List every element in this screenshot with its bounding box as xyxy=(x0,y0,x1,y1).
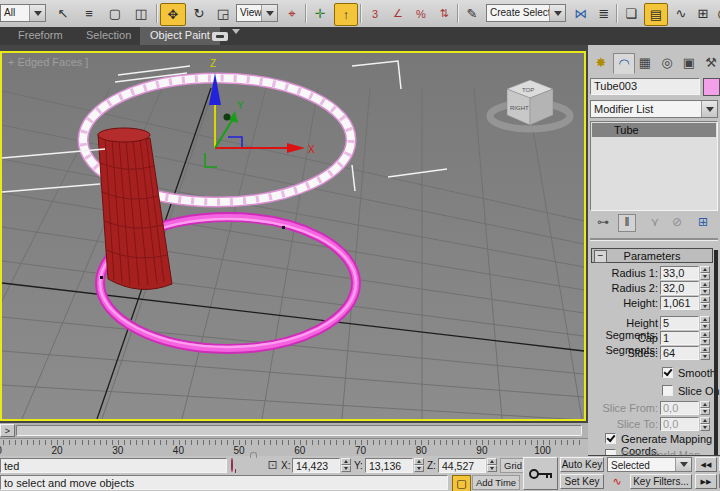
animate-selection-combo[interactable]: Selected xyxy=(607,457,692,472)
default-in-out-tangents-icon[interactable]: ∿ xyxy=(607,474,627,489)
curve-editor-icon[interactable]: ∿ xyxy=(670,3,692,24)
percent-snap-icon[interactable]: % xyxy=(410,3,432,24)
y-spinner[interactable] xyxy=(414,458,424,472)
select-by-name-icon[interactable]: ≡ xyxy=(78,3,100,24)
chevron-down-icon[interactable] xyxy=(701,101,717,117)
cap-segments-spinner[interactable] xyxy=(700,331,710,345)
keyboard-shortcut-override-icon[interactable]: ↑ xyxy=(334,3,358,26)
schematic-view-icon[interactable]: ⊞ xyxy=(692,3,714,24)
viewcube[interactable]: TOP RIGHT xyxy=(490,80,570,129)
motion-tab-icon[interactable]: ◎ xyxy=(657,53,677,72)
select-and-manipulate-icon[interactable]: ✛ xyxy=(309,3,331,24)
select-object-icon[interactable]: ↖ xyxy=(52,3,74,24)
chevron-down-icon[interactable] xyxy=(232,34,240,46)
modifier-list-combo[interactable]: Modifier List xyxy=(590,100,718,118)
tab-object-paint[interactable]: Object Paint xyxy=(140,27,220,45)
viewcube-top-label[interactable]: TOP xyxy=(522,87,534,93)
time-slider-track[interactable] xyxy=(16,425,582,436)
make-unique-icon[interactable]: ⋎ xyxy=(646,215,664,232)
tab-selection[interactable]: Selection xyxy=(76,27,141,45)
pin-stack-icon[interactable]: ⊶ xyxy=(594,215,612,232)
transform-typein-icon[interactable]: ⊡ xyxy=(265,458,280,473)
mirror-icon[interactable]: ⋈ xyxy=(570,3,592,24)
radius1-field[interactable]: 33,0 xyxy=(660,266,699,280)
key-filters-button[interactable]: Key Filters... xyxy=(630,474,692,489)
radius2-spinner[interactable] xyxy=(700,281,710,295)
rollout-scrollbar[interactable] xyxy=(714,250,718,455)
z-coordinate-field[interactable]: 44,527 xyxy=(438,458,486,473)
select-and-rotate-icon[interactable]: ↻ xyxy=(188,3,210,24)
chevron-down-icon[interactable] xyxy=(675,458,691,471)
cylinder-red[interactable] xyxy=(98,128,172,289)
slice-from-spinner[interactable] xyxy=(700,401,710,415)
x-spinner[interactable] xyxy=(341,458,351,472)
parameters-rollout-header[interactable]: − Parameters xyxy=(591,248,713,263)
edit-named-selection-sets-icon[interactable]: ✎ xyxy=(461,3,483,24)
z-spinner[interactable] xyxy=(487,458,497,472)
slice-to-field[interactable]: 0,0 xyxy=(660,417,699,431)
viewport-canvas[interactable]: X Y Z TOP RIGHT + Edged Faces ] xyxy=(2,53,584,419)
object-name-field[interactable]: Tube003 xyxy=(590,78,700,95)
radius1-spinner[interactable] xyxy=(700,266,710,280)
time-slider[interactable]: > xyxy=(0,423,588,438)
create-tab-icon[interactable]: ✸ xyxy=(591,53,611,72)
display-tab-icon[interactable]: ▣ xyxy=(679,53,699,72)
chevron-down-icon[interactable] xyxy=(549,5,565,21)
smooth-checkbox[interactable] xyxy=(662,367,673,378)
isolate-selection-icon[interactable] xyxy=(231,459,233,471)
chevron-down-icon[interactable] xyxy=(29,5,45,21)
cap-segments-field[interactable]: 1 xyxy=(660,331,699,345)
layer-manager-icon[interactable]: ❏ xyxy=(620,3,642,24)
remove-modifier-icon[interactable]: ⊘ xyxy=(668,215,686,232)
tab-freeform[interactable]: Freeform xyxy=(8,27,73,45)
next-key-button[interactable]: ▶▶ xyxy=(695,474,717,489)
object-color-swatch[interactable] xyxy=(703,78,720,96)
height-field[interactable]: 1,061 xyxy=(660,296,699,310)
time-slider-next-arrow[interactable]: > xyxy=(0,424,15,437)
viewport-label[interactable]: + Edged Faces ] xyxy=(8,56,88,68)
x-coordinate-field[interactable]: 14,423 xyxy=(292,458,340,473)
selection-filter-combo[interactable]: All xyxy=(0,4,46,22)
hierarchy-tab-icon[interactable]: ▦ xyxy=(635,53,655,72)
go-to-start-button[interactable]: ◀◀ xyxy=(695,457,717,472)
named-selection-sets-combo[interactable]: Create Selection Se xyxy=(486,4,566,22)
rectangular-selection-region-icon[interactable]: ▢ xyxy=(104,3,126,24)
add-time-tag[interactable]: Add Time Tag xyxy=(472,475,520,490)
auto-key-button[interactable]: Auto Key xyxy=(560,457,604,472)
height-segments-field[interactable]: 5 xyxy=(660,316,699,330)
configure-modifier-sets-icon[interactable]: ⊞ xyxy=(694,215,712,232)
ribbon-minimize-icon[interactable] xyxy=(212,32,228,41)
modifier-stack[interactable]: Tube xyxy=(590,121,718,211)
material-editor-icon[interactable]: ◍ xyxy=(712,3,720,24)
window-crossing-icon[interactable]: ◫ xyxy=(130,3,152,24)
height-segments-spinner[interactable] xyxy=(700,316,710,330)
select-and-scale-icon[interactable]: ◲ xyxy=(212,3,234,24)
spinner-snap-icon[interactable]: ⇅ xyxy=(433,3,455,24)
set-key-button[interactable]: Set Key xyxy=(560,474,604,489)
real-world-checkbox[interactable] xyxy=(605,449,616,455)
slice-on-checkbox[interactable] xyxy=(662,385,673,396)
adaptive-degradation-icon[interactable]: ▢ xyxy=(452,475,471,491)
sides-spinner[interactable] xyxy=(700,346,710,360)
slice-from-field[interactable]: 0,0 xyxy=(660,401,699,415)
slice-to-spinner[interactable] xyxy=(700,417,710,431)
align-icon[interactable]: ≣ xyxy=(593,3,615,24)
viewcube-front-label[interactable]: RIGHT xyxy=(510,105,529,111)
modify-tab-icon[interactable]: ◠ xyxy=(613,53,635,74)
sides-field[interactable]: 64 xyxy=(660,346,699,360)
height-spinner[interactable] xyxy=(700,296,710,310)
angle-snap-icon[interactable]: ∠ xyxy=(387,3,409,24)
radius2-field[interactable]: 32,0 xyxy=(660,281,699,295)
y-coordinate-field[interactable]: 13,136 xyxy=(365,458,413,473)
graphite-ribbon-toggle-icon[interactable]: ▤ xyxy=(644,3,668,26)
set-keys-button[interactable] xyxy=(523,457,558,490)
utilities-tab-icon[interactable]: ⚒ xyxy=(701,53,720,72)
use-pivot-point-icon[interactable]: ⌖ xyxy=(281,3,303,24)
show-end-result-icon[interactable]: ‖ xyxy=(618,214,636,232)
perspective-viewport[interactable]: X Y Z TOP RIGHT + Edged Faces ] xyxy=(0,51,586,421)
reference-coordinate-combo[interactable]: View xyxy=(236,4,278,22)
chevron-down-icon[interactable] xyxy=(261,5,277,21)
modifier-stack-item[interactable]: Tube xyxy=(592,123,716,137)
select-and-move-icon[interactable]: ✥ xyxy=(160,3,186,26)
snap-toggle-3d-icon[interactable]: 3 xyxy=(364,3,386,24)
